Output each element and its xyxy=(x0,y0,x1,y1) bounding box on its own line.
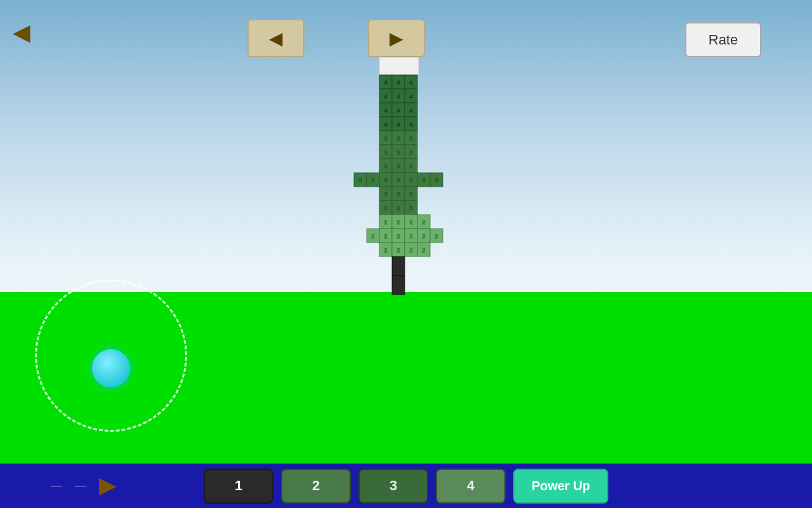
rate-label: Rate xyxy=(709,32,738,48)
svg-text:3: 3 xyxy=(396,135,400,142)
svg-text:2: 2 xyxy=(422,247,425,253)
svg-text:3: 3 xyxy=(396,149,400,156)
svg-text:4: 4 xyxy=(396,93,400,100)
block-tab-3[interactable]: 3 xyxy=(358,469,428,504)
dash-center: — xyxy=(75,479,86,492)
svg-text:2: 2 xyxy=(435,233,438,239)
svg-text:4: 4 xyxy=(396,79,400,86)
svg-text:2: 2 xyxy=(384,233,387,239)
back-button[interactable]: ◀ xyxy=(13,19,30,46)
bottom-bar: — — ▶ 1 2 3 4 Power Up xyxy=(0,464,812,508)
block-tab-3-label: 3 xyxy=(390,478,397,494)
svg-text:3: 3 xyxy=(396,205,400,211)
svg-text:2: 2 xyxy=(384,219,387,225)
svg-rect-98 xyxy=(392,257,405,276)
svg-text:4: 4 xyxy=(409,121,412,128)
svg-text:3: 3 xyxy=(384,135,387,142)
block-tab-4[interactable]: 4 xyxy=(436,469,506,504)
svg-text:4: 4 xyxy=(384,79,387,86)
redo-button[interactable]: ▶ xyxy=(368,19,425,57)
joystick-area[interactable] xyxy=(35,279,187,432)
svg-text:2: 2 xyxy=(396,233,400,239)
svg-text:3: 3 xyxy=(371,177,374,184)
svg-text:3: 3 xyxy=(422,177,425,184)
svg-text:3: 3 xyxy=(384,163,387,170)
movement-controls: — — ▶ xyxy=(51,472,117,498)
block-tab-1[interactable]: 1 xyxy=(204,469,273,504)
svg-text:2: 2 xyxy=(422,233,425,239)
svg-text:4: 4 xyxy=(409,79,412,86)
svg-text:3: 3 xyxy=(396,191,400,197)
svg-text:4: 4 xyxy=(409,107,412,114)
svg-text:3: 3 xyxy=(384,177,387,184)
svg-text:3: 3 xyxy=(396,163,400,170)
rate-button[interactable]: Rate xyxy=(685,22,761,57)
svg-text:3: 3 xyxy=(358,177,362,184)
svg-text:2: 2 xyxy=(396,219,400,225)
svg-text:3: 3 xyxy=(409,205,412,211)
svg-text:4: 4 xyxy=(409,93,412,100)
svg-text:2: 2 xyxy=(409,233,412,239)
block-tab-2-label: 2 xyxy=(312,478,320,494)
svg-text:4: 4 xyxy=(396,121,400,128)
redo-arrow-icon: ▶ xyxy=(390,28,403,49)
svg-text:2: 2 xyxy=(409,247,412,253)
svg-text:4: 4 xyxy=(396,107,400,114)
block-tab-1-label: 1 xyxy=(235,478,242,494)
dash-left: — xyxy=(51,479,62,492)
block-tab-4-label: 4 xyxy=(467,478,475,494)
svg-text:2: 2 xyxy=(371,233,374,239)
svg-text:3: 3 xyxy=(409,149,412,156)
svg-text:2: 2 xyxy=(409,219,412,225)
power-up-button[interactable]: Power Up xyxy=(513,469,608,504)
cactus-model: 4 4 4 4 4 4 4 4 4 4 4 4 3 3 3 3 3 3 3 3 … xyxy=(336,57,476,464)
svg-rect-0 xyxy=(379,57,419,75)
svg-text:3: 3 xyxy=(409,163,412,170)
svg-text:3: 3 xyxy=(384,191,387,197)
svg-text:2: 2 xyxy=(422,219,425,225)
undo-arrow-icon: ◀ xyxy=(269,28,283,49)
svg-text:3: 3 xyxy=(384,149,387,156)
move-arrow-icon[interactable]: ▶ xyxy=(99,472,117,498)
svg-text:2: 2 xyxy=(384,247,387,253)
svg-text:2: 2 xyxy=(396,247,400,253)
block-tab-2[interactable]: 2 xyxy=(281,469,351,504)
svg-text:3: 3 xyxy=(409,135,412,142)
undo-button[interactable]: ◀ xyxy=(247,19,304,57)
power-up-label: Power Up xyxy=(532,479,590,493)
svg-text:4: 4 xyxy=(384,93,387,100)
svg-text:3: 3 xyxy=(384,205,387,211)
svg-text:3: 3 xyxy=(409,177,412,184)
svg-text:4: 4 xyxy=(384,107,387,114)
svg-text:3: 3 xyxy=(409,191,412,197)
svg-rect-99 xyxy=(392,276,405,295)
svg-text:3: 3 xyxy=(435,177,438,184)
joystick-dot[interactable] xyxy=(92,349,130,387)
svg-text:3: 3 xyxy=(396,177,400,184)
svg-text:4: 4 xyxy=(384,121,387,128)
